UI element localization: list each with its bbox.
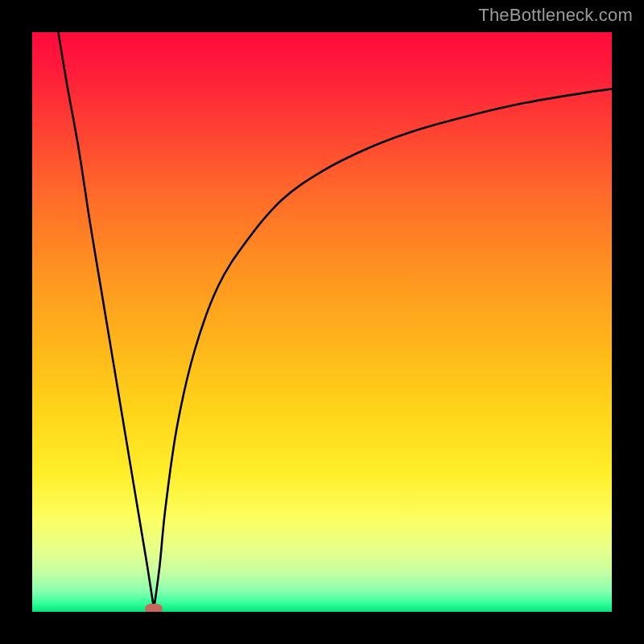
chart-frame: TheBottleneck.com bbox=[0, 0, 644, 644]
plot-area bbox=[32, 32, 612, 612]
watermark-text: TheBottleneck.com bbox=[478, 5, 633, 26]
curve-svg bbox=[32, 32, 612, 612]
bottleneck-marker bbox=[145, 604, 163, 612]
